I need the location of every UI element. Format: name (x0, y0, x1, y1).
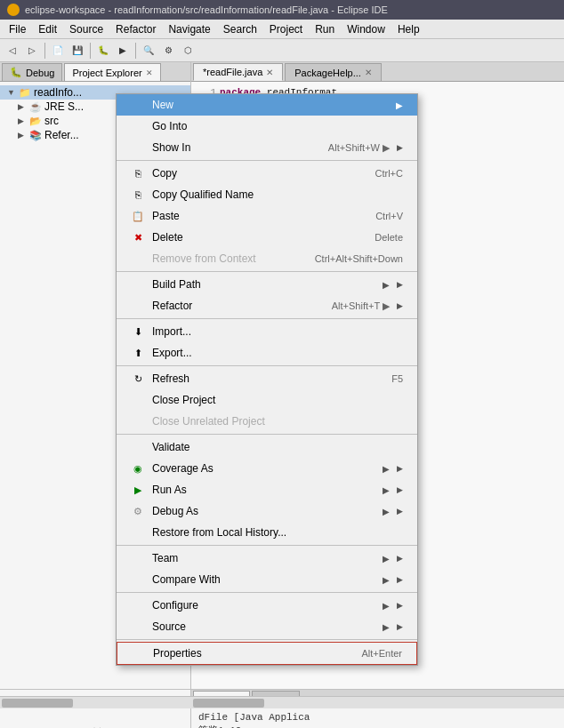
toolbar-debug-btn[interactable]: 🐛 (94, 42, 112, 60)
toolbar-sep-2 (90, 43, 91, 59)
bottom-line-2: 等奖1 19 (198, 724, 557, 728)
ctx-close-project-label: Close Project (152, 394, 403, 406)
tree-src-label: src (44, 115, 59, 127)
tree-jre-label: JRE S... (44, 100, 84, 113)
ctx-export-label: Export... (152, 347, 396, 359)
tree-arrow-refer: ▶ (18, 131, 27, 140)
ctx-export[interactable]: ⬆ Export... (117, 342, 417, 364)
ctx-sep-5 (117, 434, 417, 435)
ctx-restore-history[interactable]: Restore from Local History... (117, 522, 417, 543)
coverage-icon: ◉ (131, 461, 145, 476)
toolbar-forward-btn[interactable]: ▷ (23, 42, 41, 60)
ctx-paste-label: Paste (152, 210, 368, 222)
ctx-sep-3 (117, 318, 417, 319)
ctx-import[interactable]: ⬇ Import... (117, 321, 417, 342)
ctx-sep-8 (117, 639, 417, 640)
ctx-new-label: New (152, 99, 389, 111)
ctx-run-as-arrow: ▶ (383, 485, 390, 495)
toolbar-new-btn[interactable]: 📄 (49, 42, 67, 60)
ctx-run-as[interactable]: ▶ Run As ▶ (117, 479, 417, 500)
ctx-team-arrow: ▶ (383, 554, 390, 564)
restore-icon (131, 525, 145, 540)
tab-project-explorer[interactable]: Project Explorer ✕ (64, 63, 160, 81)
ctx-copy-qualified-label: Copy Qualified Name (152, 188, 396, 201)
menu-run[interactable]: Run (310, 21, 340, 37)
compare-icon (131, 572, 145, 587)
build-path-icon (131, 277, 145, 292)
eclipse-icon (7, 4, 20, 16)
ctx-copy[interactable]: ⎘ Copy Ctrl+C (117, 163, 417, 184)
copy-qualified-icon: ⎘ (131, 188, 145, 202)
menu-window[interactable]: Window (342, 21, 391, 37)
explorer-tab-label: Project Explorer (72, 68, 141, 78)
title-bar: eclipse-workspace - readInformation/src/… (0, 0, 564, 20)
close-unrelated-icon (131, 414, 145, 428)
ctx-coverage-as[interactable]: ◉ Coverage As ▶ (117, 458, 417, 479)
ctx-paste[interactable]: 📋 Paste Ctrl+V (117, 205, 417, 227)
ctx-show-in-label: Show In (152, 141, 321, 154)
ctx-go-into-label: Go Into (152, 120, 396, 132)
h-scroll-thumb-left[interactable] (2, 699, 73, 708)
toolbar-misc2-btn[interactable]: ⬡ (179, 42, 197, 60)
explorer-tab-close[interactable]: ✕ (146, 68, 153, 77)
ctx-copy-shortcut: Ctrl+C (375, 168, 403, 179)
ctx-show-in[interactable]: Show In Alt+Shift+W ▶ (117, 137, 417, 158)
ctx-compare-with[interactable]: Compare With ▶ (117, 569, 417, 590)
source-icon (131, 620, 145, 634)
import-icon: ⬇ (131, 324, 145, 339)
ctx-refresh-shortcut: F5 (391, 373, 403, 384)
ctx-delete-label: Delete (152, 231, 367, 244)
menu-help[interactable]: Help (392, 21, 425, 37)
tree-refer-label: Refer... (44, 129, 79, 141)
ctx-refactor[interactable]: Refactor Alt+Shift+T ▶ (117, 295, 417, 316)
ctx-copy-qualified[interactable]: ⎘ Copy Qualified Name (117, 184, 417, 205)
readfile-tab-close[interactable]: ✕ (266, 68, 273, 77)
ctx-debug-as[interactable]: ⚙ Debug As ▶ (117, 500, 417, 522)
tree-folder-icon: 📁 (19, 87, 31, 99)
ctx-refresh[interactable]: ↻ Refresh F5 (117, 368, 417, 389)
menu-project[interactable]: Project (264, 21, 308, 37)
menu-source[interactable]: Source (64, 21, 109, 37)
ctx-source[interactable]: Source ▶ (117, 616, 417, 637)
h-scrollbar-left[interactable] (0, 696, 191, 708)
run-as-icon: ▶ (131, 483, 145, 497)
tab-readfile[interactable]: *readFile.java ✕ (193, 63, 283, 81)
panel-tab-bar: 🐛 Debug Project Explorer ✕ (0, 62, 190, 82)
ctx-sep-2 (117, 271, 417, 272)
ctx-coverage-as-label: Coverage As (152, 462, 375, 475)
menu-refactor[interactable]: Refactor (110, 21, 161, 37)
tab-debug[interactable]: 🐛 Debug (2, 63, 62, 81)
export-icon: ⬆ (131, 346, 145, 360)
toolbar-search-btn[interactable]: 🔍 (140, 42, 157, 60)
h-scroll-thumb-right[interactable] (193, 699, 264, 708)
menu-edit[interactable]: Edit (33, 21, 62, 37)
ctx-properties[interactable]: Properties Alt+Enter (117, 642, 417, 665)
h-scrollbar-right[interactable] (191, 696, 564, 708)
context-menu: New ▶ Go Into Show In Alt+Shift+W ▶ ⎘ Co… (116, 93, 418, 666)
ctx-close-project[interactable]: Close Project (117, 389, 417, 411)
ctx-validate[interactable]: Validate (117, 436, 417, 458)
ctx-new[interactable]: New ▶ (117, 94, 417, 116)
menu-search[interactable]: Search (218, 21, 262, 37)
toolbar-sep-3 (135, 43, 136, 59)
toolbar-save-btn[interactable]: 💾 (68, 42, 86, 60)
packagehelper-tab-close[interactable]: ✕ (365, 68, 372, 77)
packagehelper-tab-label: PackageHelp... (294, 68, 361, 78)
bottom-left-placeholder: << (90, 724, 101, 729)
toolbar-misc1-btn[interactable]: ⚙ (159, 42, 177, 60)
toolbar-back-btn[interactable]: ◁ (4, 42, 21, 60)
ctx-team[interactable]: Team ▶ (117, 548, 417, 569)
ctx-configure[interactable]: Configure ▶ (117, 595, 417, 616)
toolbar-run-btn[interactable]: ▶ (114, 42, 132, 60)
configure-icon (131, 598, 145, 612)
ctx-go-into[interactable]: Go Into (117, 116, 417, 137)
menu-file[interactable]: File (4, 21, 31, 37)
toolbar-sep-1 (44, 43, 45, 59)
ctx-delete[interactable]: ✖ Delete Delete (117, 227, 417, 248)
ctx-restore-history-label: Restore from Local History... (152, 526, 403, 539)
menu-navigate[interactable]: Navigate (163, 21, 215, 37)
tree-arrow-jre: ▶ (18, 102, 27, 111)
ctx-remove-context-label: Remove from Context (152, 252, 308, 265)
ctx-build-path[interactable]: Build Path ▶ (117, 274, 417, 295)
tab-packagehelper[interactable]: PackageHelp... ✕ (285, 63, 382, 81)
